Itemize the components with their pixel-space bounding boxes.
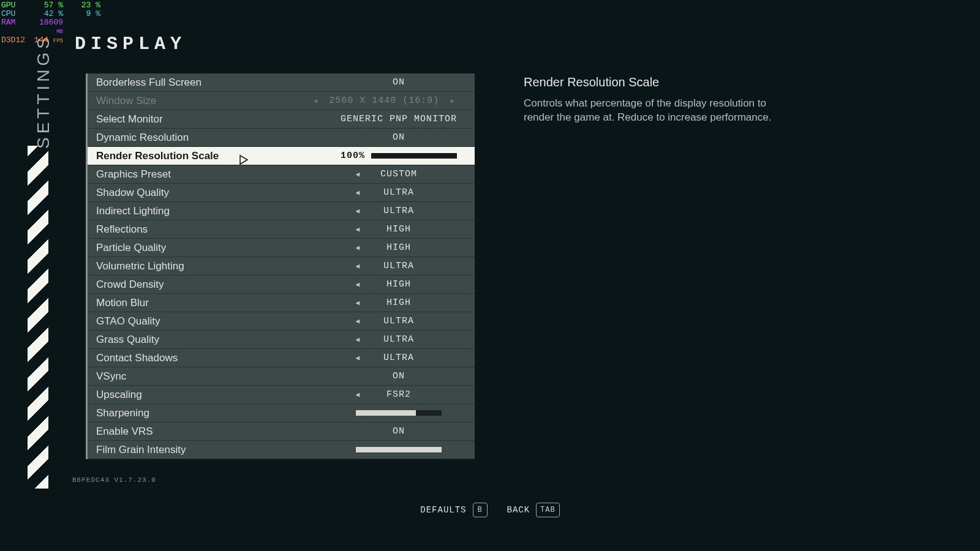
setting-label: Select Monitor bbox=[96, 113, 331, 126]
setting-row-particle-quality[interactable]: Particle Quality◀HIGH▶ bbox=[88, 239, 475, 257]
setting-value[interactable] bbox=[331, 408, 466, 418]
arrow-left-icon[interactable]: ◀ bbox=[344, 280, 371, 288]
arrow-left-icon[interactable]: ◀ bbox=[344, 299, 371, 307]
setting-value[interactable]: ON bbox=[331, 132, 466, 143]
setting-row-select-monitor[interactable]: Select MonitorGENERIC PNP MONITOR bbox=[88, 110, 475, 129]
arrow-left-icon[interactable]: ◀ bbox=[344, 354, 371, 362]
value-text: HIGH bbox=[371, 279, 426, 290]
setting-label: Render Resolution Scale bbox=[96, 150, 331, 162]
setting-row-upscaling[interactable]: Upscaling◀FSR2▶ bbox=[88, 386, 475, 404]
setting-label: Upscaling bbox=[96, 389, 331, 401]
setting-value[interactable]: ◀ULTRA▶ bbox=[331, 206, 466, 216]
setting-label: Grass Quality bbox=[96, 334, 331, 346]
setting-label: Motion Blur bbox=[96, 297, 331, 309]
setting-label: Particle Quality bbox=[96, 242, 331, 254]
setting-label: Shadow Quality bbox=[96, 187, 331, 199]
setting-value[interactable]: ◀ULTRA▶ bbox=[331, 316, 466, 326]
setting-label: Graphics Preset bbox=[96, 168, 331, 181]
value-text: ON bbox=[393, 371, 405, 381]
setting-row-indirect-lighting[interactable]: Indirect Lighting◀ULTRA▶ bbox=[88, 202, 475, 220]
arrow-left-icon[interactable]: ◀ bbox=[303, 97, 330, 105]
setting-row-vsync[interactable]: VSyncON bbox=[88, 367, 475, 386]
arrow-left-icon[interactable]: ◀ bbox=[344, 170, 371, 178]
setting-row-gtao-quality[interactable]: GTAO Quality◀ULTRA▶ bbox=[88, 312, 475, 331]
setting-row-motion-blur[interactable]: Motion Blur◀HIGH▶ bbox=[88, 294, 475, 312]
setting-label: Crowd Density bbox=[96, 279, 331, 291]
arrow-left-icon[interactable]: ◀ bbox=[344, 262, 371, 270]
setting-value[interactable] bbox=[331, 444, 466, 455]
value-text: ON bbox=[393, 132, 405, 143]
setting-row-film-grain-intensity[interactable]: Film Grain Intensity bbox=[88, 441, 475, 459]
setting-value[interactable]: ◀ULTRA▶ bbox=[331, 261, 466, 271]
settings-list: Borderless Full ScreenONWindow Size◀2560… bbox=[86, 73, 475, 459]
defaults-label: DEFAULTS bbox=[420, 505, 466, 515]
arrow-left-icon[interactable]: ◀ bbox=[344, 225, 371, 233]
arrow-right-icon[interactable]: ▶ bbox=[439, 97, 466, 105]
setting-label: Sharpening bbox=[96, 407, 331, 419]
setting-row-reflections[interactable]: Reflections◀HIGH▶ bbox=[88, 220, 475, 239]
setting-value[interactable]: ON bbox=[331, 426, 466, 437]
setting-value[interactable]: GENERIC PNP MONITOR bbox=[331, 114, 466, 124]
setting-value[interactable]: ◀HIGH▶ bbox=[331, 242, 466, 253]
slider-track[interactable] bbox=[356, 410, 442, 416]
setting-row-render-resolution-scale[interactable]: Render Resolution Scale100% bbox=[88, 147, 475, 165]
setting-label: VSync bbox=[96, 370, 331, 383]
setting-row-contact-shadows[interactable]: Contact Shadows◀ULTRA▶ bbox=[88, 349, 475, 367]
setting-value[interactable]: ◀HIGH▶ bbox=[331, 224, 466, 234]
setting-value[interactable]: ◀HIGH▶ bbox=[331, 279, 466, 290]
footer-buttons: DEFAULTS B BACK TAB bbox=[0, 503, 980, 517]
description-body: Controls what percentage of the display … bbox=[524, 97, 787, 125]
setting-value[interactable]: ◀ULTRA▶ bbox=[331, 353, 466, 363]
arrow-left-icon[interactable]: ◀ bbox=[344, 335, 371, 343]
setting-value[interactable]: 100% bbox=[331, 151, 466, 161]
value-text: HIGH bbox=[371, 224, 426, 234]
setting-value[interactable]: ON bbox=[331, 371, 466, 381]
value-text: GENERIC PNP MONITOR bbox=[341, 114, 457, 124]
setting-label: Volumetric Lighting bbox=[96, 260, 331, 272]
value-text: ULTRA bbox=[371, 353, 426, 363]
setting-label: Borderless Full Screen bbox=[96, 77, 331, 89]
setting-row-dynamic-resolution[interactable]: Dynamic ResolutionON bbox=[88, 129, 475, 147]
setting-label: Dynamic Resolution bbox=[96, 132, 331, 144]
setting-row-volumetric-lighting[interactable]: Volumetric Lighting◀ULTRA▶ bbox=[88, 257, 475, 276]
defaults-key: B bbox=[473, 503, 488, 517]
setting-row-enable-vrs[interactable]: Enable VRSON bbox=[88, 422, 475, 441]
slider-track[interactable] bbox=[371, 153, 457, 159]
setting-value[interactable]: ◀HIGH▶ bbox=[331, 298, 466, 308]
setting-row-grass-quality[interactable]: Grass Quality◀ULTRA▶ bbox=[88, 331, 475, 349]
arrow-left-icon[interactable]: ◀ bbox=[344, 391, 371, 399]
defaults-button[interactable]: DEFAULTS bbox=[420, 505, 466, 515]
setting-value[interactable]: ON bbox=[331, 77, 466, 88]
setting-value[interactable]: ◀ULTRA▶ bbox=[331, 187, 466, 198]
gpu-temp: 23 % bbox=[67, 1, 100, 10]
d3d-label: D3D12 bbox=[1, 36, 26, 45]
setting-value[interactable]: ◀CUSTOM▶ bbox=[331, 169, 466, 179]
value-text: 2560 X 1440 (16:9) bbox=[329, 96, 439, 106]
back-key: TAB bbox=[536, 503, 560, 517]
slider-track[interactable] bbox=[356, 447, 442, 452]
setting-row-crowd-density[interactable]: Crowd Density◀HIGH▶ bbox=[88, 276, 475, 294]
gpu-pct: 57 % bbox=[29, 1, 63, 10]
arrow-left-icon[interactable]: ◀ bbox=[344, 207, 371, 215]
setting-label: Enable VRS bbox=[96, 425, 331, 438]
arrow-left-icon[interactable]: ◀ bbox=[344, 317, 371, 325]
setting-row-window-size[interactable]: Window Size◀2560 X 1440 (16:9)▶ bbox=[88, 92, 475, 110]
setting-row-borderless-full-screen[interactable]: Borderless Full ScreenON bbox=[88, 73, 475, 92]
version-string: B6FEDC43 V1.7.23.0 bbox=[72, 476, 156, 484]
back-button[interactable]: BACK bbox=[507, 505, 530, 515]
value-text: ULTRA bbox=[371, 316, 426, 326]
setting-row-shadow-quality[interactable]: Shadow Quality◀ULTRA▶ bbox=[88, 184, 475, 202]
setting-value[interactable]: ◀ULTRA▶ bbox=[331, 334, 466, 345]
setting-value[interactable]: ◀FSR2▶ bbox=[331, 389, 466, 400]
gpu-label: GPU bbox=[1, 1, 26, 10]
cpu-temp: 9 % bbox=[67, 10, 100, 18]
arrow-left-icon[interactable]: ◀ bbox=[344, 189, 371, 197]
arrow-left-icon[interactable]: ◀ bbox=[344, 244, 371, 252]
value-text: CUSTOM bbox=[371, 169, 426, 179]
setting-row-graphics-preset[interactable]: Graphics Preset◀CUSTOM▶ bbox=[88, 165, 475, 184]
settings-vertical-label: SETTINGS bbox=[34, 34, 53, 149]
ram-val: 18609 MB bbox=[29, 18, 63, 36]
setting-value[interactable]: ◀2560 X 1440 (16:9)▶ bbox=[303, 96, 466, 106]
setting-label: Window Size bbox=[96, 95, 303, 107]
setting-row-sharpening[interactable]: Sharpening bbox=[88, 404, 475, 422]
